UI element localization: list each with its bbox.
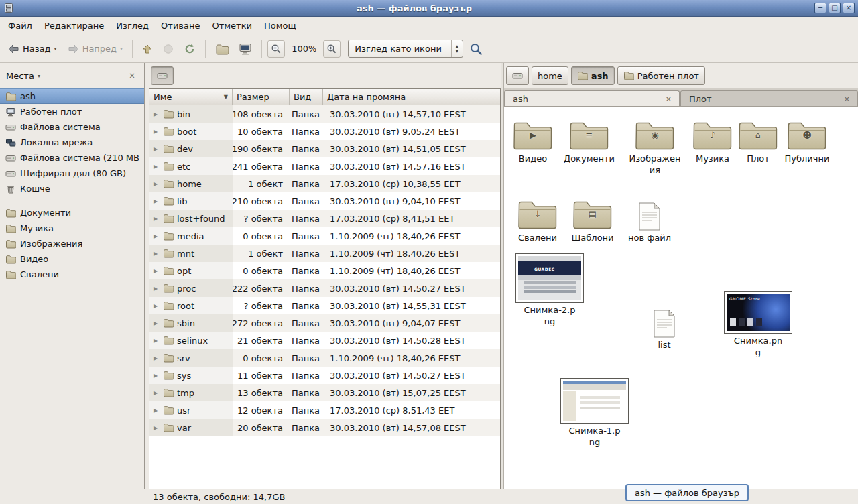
icon-view-image[interactable]: GNOME Store Снимка.png — [723, 291, 793, 358]
icon-view-folder[interactable]: ▶ Видео — [505, 115, 561, 165]
menu-item[interactable]: Помощ — [258, 17, 302, 35]
expander-icon[interactable]: ▶ — [154, 286, 160, 292]
column-header[interactable]: Дата на промяна — [323, 89, 500, 105]
tab-close-icon[interactable]: × — [842, 94, 852, 103]
menu-item[interactable]: Файл — [2, 17, 38, 35]
expander-icon[interactable]: ▶ — [154, 181, 160, 187]
expander-icon[interactable]: ▶ — [154, 338, 160, 344]
forward-history-dropdown-icon[interactable]: ▾ — [120, 46, 123, 52]
icon-view-file[interactable]: list — [636, 302, 692, 351]
expander-icon[interactable]: ▶ — [154, 198, 160, 204]
back-button[interactable]: Назад ▾ — [3, 38, 61, 60]
search-button[interactable] — [465, 38, 487, 60]
table-row[interactable]: ▶ root ? обекта Папка 30.03.2010 (вт) 14… — [149, 297, 500, 314]
menu-item[interactable]: Редактиране — [38, 17, 110, 35]
icon-view-file[interactable]: нов файл — [621, 194, 678, 244]
zoom-out-button[interactable] — [267, 40, 285, 58]
sidebar-item[interactable]: Свалени — [0, 267, 144, 282]
sidebar-item[interactable]: Документи — [0, 205, 144, 220]
expander-icon[interactable]: ▶ — [154, 146, 160, 152]
expander-icon[interactable]: ▶ — [154, 111, 160, 117]
close-button[interactable]: × — [843, 3, 855, 13]
table-row[interactable]: ▶ proc 222 обекта Папка 30.03.2010 (вт) … — [149, 279, 500, 297]
zoom-in-button[interactable] — [323, 40, 341, 58]
menu-item[interactable]: Изглед — [110, 17, 155, 35]
expander-icon[interactable]: ▶ — [154, 268, 160, 274]
table-row[interactable]: ▶ mnt 1 обект Папка 1.10.2009 (чт) 18,40… — [149, 245, 500, 262]
table-row[interactable]: ▶ lib 210 обекта Папка 30.03.2010 (вт) 9… — [149, 192, 500, 210]
table-row[interactable]: ▶ tmp 13 обекта Папка 30.03.2010 (вт) 15… — [149, 384, 500, 401]
expander-icon[interactable]: ▶ — [154, 425, 160, 431]
home-button[interactable] — [211, 38, 233, 60]
sidebar-item[interactable]: Изображения — [0, 236, 144, 251]
expander-icon[interactable]: ▶ — [154, 216, 160, 222]
maximize-button[interactable]: □ — [829, 3, 841, 13]
sidebar-item[interactable]: Шифриран дял (80 GB) — [0, 166, 144, 181]
breadcrumb-button[interactable]: ash — [571, 66, 615, 85]
sidebar-item[interactable]: Кошче — [0, 181, 144, 196]
sidebar-item[interactable]: ash — [0, 88, 144, 104]
sidebar-title[interactable]: Места — [6, 71, 34, 81]
icon-view-folder[interactable]: ◉ Изображения — [627, 115, 683, 176]
taskbar-window-button[interactable]: ash — файлов браузър — [625, 484, 749, 501]
sidebar-item[interactable]: Файлова система (210 MB) — [0, 150, 144, 166]
tab[interactable]: ash × — [504, 90, 680, 106]
table-row[interactable]: ▶ usr 12 обекта Папка 17.03.2010 (ср) 8,… — [149, 401, 500, 419]
root-breadcrumb-button[interactable] — [151, 66, 174, 85]
tab-close-icon[interactable]: × — [664, 94, 674, 103]
menu-item[interactable]: Отиване — [155, 17, 206, 35]
table-row[interactable]: ▶ lost+found ? обекта Папка 17.03.2010 (… — [149, 210, 500, 227]
icon-view-folder[interactable]: ☻ Публични — [779, 115, 835, 165]
stop-button[interactable] — [159, 38, 178, 60]
sidebar-item[interactable]: Видео — [0, 251, 144, 267]
expander-icon[interactable]: ▶ — [154, 373, 160, 379]
sidebar-item[interactable]: Локална мрежа — [0, 135, 144, 150]
breadcrumb-button[interactable] — [506, 66, 529, 85]
breadcrumb-button[interactable]: Работен плот — [617, 66, 705, 85]
table-row[interactable]: ▶ etc 241 обекта Папка 30.03.2010 (вт) 1… — [149, 158, 500, 175]
expander-icon[interactable]: ▶ — [154, 164, 160, 170]
expander-icon[interactable]: ▶ — [154, 303, 160, 309]
sidebar-title-caret-icon[interactable]: ▾ — [38, 73, 40, 79]
table-row[interactable]: ▶ sys 11 обекта Папка 30.03.2010 (вт) 14… — [149, 367, 500, 384]
minimize-button[interactable]: ─ — [814, 3, 826, 13]
sidebar-item[interactable]: Работен плот — [0, 104, 144, 119]
expander-icon[interactable]: ▶ — [154, 390, 160, 396]
expander-icon[interactable]: ▶ — [154, 233, 160, 239]
expander-icon[interactable]: ▶ — [154, 251, 160, 257]
breadcrumb-button[interactable]: home — [532, 66, 568, 85]
sidebar-close-icon[interactable]: × — [126, 70, 138, 82]
table-row[interactable]: ▶ media 0 обекта Папка 1.10.2009 (чт) 18… — [149, 227, 500, 245]
window-menu-icon[interactable] — [3, 3, 14, 13]
icon-view-image[interactable]: Снимка-1.png — [560, 378, 629, 448]
table-row[interactable]: ▶ home 1 обект Папка 17.03.2010 (ср) 10,… — [149, 175, 500, 192]
icon-view-folder[interactable]: ≡ Документи — [561, 115, 617, 165]
icon-view-folder[interactable]: ⌂ Плот — [730, 115, 786, 165]
icon-view-image[interactable]: GUADEC Снимка-2.png — [515, 253, 585, 327]
column-header[interactable]: Име ▼ — [149, 89, 233, 105]
table-row[interactable]: ▶ opt 0 обекта Папка 1.10.2009 (чт) 18,4… — [149, 262, 500, 279]
menu-item[interactable]: Отметки — [206, 17, 257, 35]
view-mode-select[interactable]: Изглед като икони ▲ ▼ — [348, 40, 463, 58]
sidebar-item[interactable]: Файлова система — [0, 119, 144, 135]
expander-icon[interactable]: ▶ — [154, 320, 160, 326]
tab[interactable]: Плот × — [680, 90, 858, 106]
table-row[interactable]: ▶ bin 108 обекта Папка 30.03.2010 (вт) 1… — [149, 105, 500, 123]
sidebar-item[interactable]: Музика — [0, 220, 144, 236]
computer-button[interactable] — [235, 38, 256, 60]
icon-view-area[interactable]: ▶ Видео ≡ Документи ◉ Изображения ♪ Музи… — [504, 107, 858, 489]
forward-button[interactable]: Напред ▾ — [63, 38, 127, 60]
table-row[interactable]: ▶ var 20 обекта Папка 30.03.2010 (вт) 14… — [149, 419, 500, 436]
table-row[interactable]: ▶ srv 0 обекта Папка 1.10.2009 (чт) 18,4… — [149, 349, 500, 367]
icon-view-folder[interactable]: ↓ Свалени — [509, 194, 566, 244]
up-button[interactable] — [138, 38, 157, 60]
reload-button[interactable] — [180, 38, 200, 60]
back-history-dropdown-icon[interactable]: ▾ — [54, 46, 57, 52]
table-row[interactable]: ▶ boot 10 обекта Папка 30.03.2010 (вт) 9… — [149, 123, 500, 140]
expander-icon[interactable]: ▶ — [154, 407, 160, 414]
view-mode-spinner[interactable]: ▲ ▼ — [451, 40, 463, 57]
table-row[interactable]: ▶ sbin 272 обекта Папка 30.03.2010 (вт) … — [149, 314, 500, 332]
icon-view-folder[interactable]: ▤ Шаблони — [564, 194, 621, 244]
table-row[interactable]: ▶ selinux 21 обекта Папка 30.03.2010 (вт… — [149, 332, 500, 349]
table-row[interactable]: ▶ dev 190 обекта Папка 30.03.2010 (вт) 1… — [149, 140, 500, 158]
